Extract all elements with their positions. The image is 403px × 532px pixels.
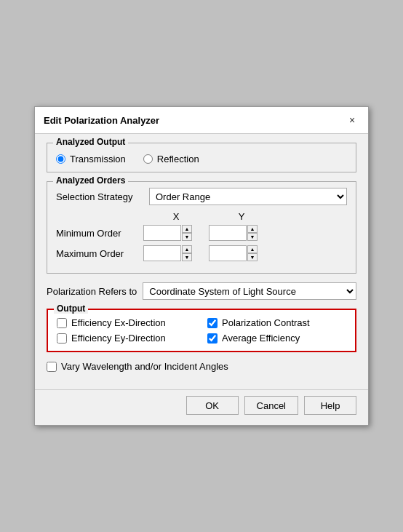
max-order-x-down[interactable]: ▼ (182, 253, 192, 261)
min-order-y-input[interactable]: -3 (209, 225, 247, 241)
max-order-row: Maximum Order 3 ▲ ▼ 3 ▲ ▼ (56, 245, 347, 261)
col-y-header: Y (209, 211, 274, 222)
reflection-radio[interactable] (143, 154, 153, 164)
average-efficiency-label: Average Efficiency (222, 333, 300, 344)
orders-header-row: X Y (56, 211, 347, 222)
min-order-y-arrows: ▲ ▼ (247, 225, 258, 241)
output-group: Output Efficiency Ex-Direction Polarizat… (47, 309, 356, 352)
cancel-button[interactable]: Cancel (244, 396, 298, 415)
polarization-refers-select[interactable]: Coordinate System of Light Source Global… (143, 282, 356, 300)
polarization-contrast-checkbox[interactable] (207, 318, 218, 328)
analyzed-output-label: Analyzed Output (53, 137, 128, 147)
max-order-y-down[interactable]: ▼ (247, 253, 258, 261)
min-order-label: Minimum Order (56, 228, 143, 239)
polarization-contrast-label: Polarization Contrast (222, 317, 310, 328)
wavelength-checkbox[interactable] (47, 362, 57, 372)
efficiency-ex-checkbox[interactable] (57, 318, 67, 328)
min-order-y-spinner: -3 ▲ ▼ (209, 225, 274, 241)
analyzed-output-radio-row: Transmission Reflection (56, 154, 347, 164)
transmission-radio[interactable] (56, 154, 65, 164)
min-order-y-down[interactable]: ▼ (247, 233, 258, 241)
transmission-label: Transmission (70, 154, 126, 164)
orders-grid: X Y Minimum Order -3 ▲ ▼ -3 (56, 211, 347, 261)
polarization-refers-row: Polarization Refers to Coordinate System… (47, 282, 356, 300)
reflection-label: Reflection (157, 154, 199, 164)
title-bar: Edit Polarization Analyzer × (35, 107, 368, 134)
min-order-x-spinner: -3 ▲ ▼ (143, 225, 209, 241)
efficiency-ey-label: Efficiency Ey-Direction (71, 333, 166, 344)
max-order-x-arrows: ▲ ▼ (182, 245, 192, 261)
wavelength-label: Vary Wavelength and/or Incident Angles (61, 361, 228, 372)
button-row: OK Cancel Help (35, 389, 368, 425)
min-order-row: Minimum Order -3 ▲ ▼ -3 ▲ ▼ (56, 225, 347, 241)
min-order-x-down[interactable]: ▼ (182, 233, 192, 241)
analyzed-orders-label: Analyzed Orders (53, 175, 128, 186)
reflection-radio-item[interactable]: Reflection (143, 154, 199, 164)
polarization-contrast-item[interactable]: Polarization Contrast (207, 317, 346, 328)
max-order-x-input[interactable]: 3 (143, 245, 181, 261)
min-order-x-arrows: ▲ ▼ (182, 225, 192, 241)
max-order-y-arrows: ▲ ▼ (247, 245, 258, 261)
analyzed-orders-group: Analyzed Orders Selection Strategy Order… (47, 181, 356, 274)
max-order-x-up[interactable]: ▲ (182, 245, 192, 253)
min-order-x-up[interactable]: ▲ (182, 225, 192, 233)
efficiency-ey-item[interactable]: Efficiency Ey-Direction (57, 333, 196, 344)
dialog-body: Analyzed Output Transmission Reflection … (35, 134, 368, 389)
max-order-label: Maximum Order (56, 248, 143, 259)
close-button[interactable]: × (345, 113, 359, 127)
max-order-y-spinner: 3 ▲ ▼ (209, 245, 274, 261)
min-order-y-up[interactable]: ▲ (247, 225, 258, 233)
help-button[interactable]: Help (304, 396, 356, 415)
max-order-y-input[interactable]: 3 (209, 245, 247, 261)
output-group-label: Output (54, 303, 88, 314)
edit-polarization-dialog: Edit Polarization Analyzer × Analyzed Ou… (34, 106, 369, 426)
dialog-title: Edit Polarization Analyzer (44, 115, 159, 126)
output-checkbox-grid: Efficiency Ex-Direction Polarization Con… (57, 317, 346, 344)
efficiency-ey-checkbox[interactable] (57, 333, 67, 344)
efficiency-ex-label: Efficiency Ex-Direction (71, 317, 166, 328)
selection-strategy-label: Selection Strategy (56, 191, 143, 202)
selection-strategy-row: Selection Strategy Order Range Explicit … (56, 188, 347, 205)
max-order-x-spinner: 3 ▲ ▼ (143, 245, 209, 261)
ok-button[interactable]: OK (186, 396, 239, 415)
average-efficiency-checkbox[interactable] (207, 333, 218, 344)
efficiency-ex-item[interactable]: Efficiency Ex-Direction (57, 317, 196, 328)
transmission-radio-item[interactable]: Transmission (56, 154, 126, 164)
min-order-x-input[interactable]: -3 (143, 225, 181, 241)
selection-strategy-select[interactable]: Order Range Explicit Orders (149, 188, 347, 205)
polarization-refers-label: Polarization Refers to (47, 286, 137, 297)
average-efficiency-item[interactable]: Average Efficiency (207, 333, 346, 344)
col-x-header: X (143, 211, 209, 222)
analyzed-output-group: Analyzed Output Transmission Reflection (47, 143, 356, 172)
wavelength-row: Vary Wavelength and/or Incident Angles (47, 361, 356, 372)
wavelength-item[interactable]: Vary Wavelength and/or Incident Angles (47, 361, 228, 372)
max-order-y-up[interactable]: ▲ (247, 245, 258, 253)
